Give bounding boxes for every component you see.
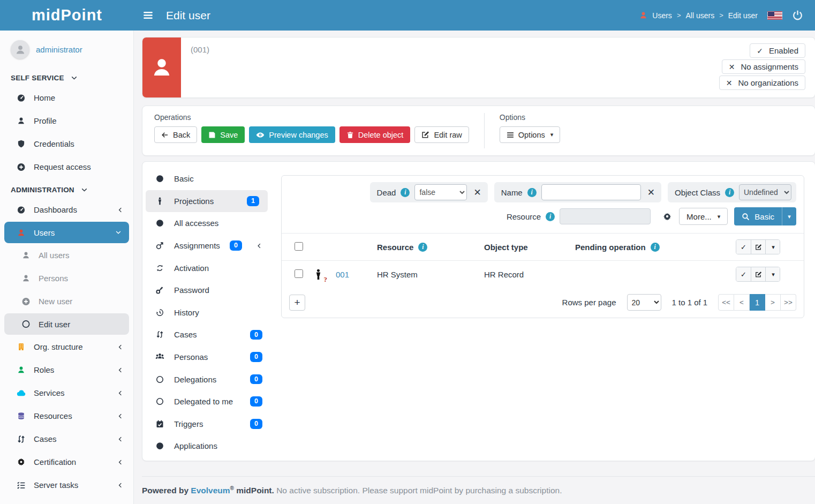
info-icon[interactable]: i <box>725 188 734 197</box>
more-filters-button[interactable]: More... ▾ <box>679 208 728 225</box>
sidebar-item-all-users[interactable]: All users <box>0 244 133 267</box>
search-mode-caret-button[interactable]: ▾ <box>782 207 796 225</box>
sidebar-item-new-user[interactable]: New user <box>0 290 133 313</box>
search-icon <box>742 213 750 221</box>
sidebar-section-self-service[interactable]: SELF SERVICE <box>0 66 133 86</box>
sidebar-item-services[interactable]: Services <box>0 381 133 404</box>
menu-item-triggers[interactable]: Triggers 0 <box>142 413 271 435</box>
sidebar-item-edit-user[interactable]: Edit user <box>4 313 129 335</box>
row-checkbox[interactable] <box>295 269 303 278</box>
person-icon <box>156 197 164 205</box>
rows-per-page-select[interactable]: 20 <box>627 294 661 311</box>
sidebar-item-resources[interactable]: Resources <box>0 404 133 427</box>
back-button[interactable]: Back <box>154 126 197 143</box>
locale-flag-us[interactable] <box>767 11 782 20</box>
select-all-checkbox[interactable] <box>295 242 303 251</box>
page-1-button[interactable]: 1 <box>750 294 765 311</box>
column-header-pending-operation[interactable]: Pending operation <box>575 243 646 252</box>
options-group: Options Options ▾ <box>500 113 561 148</box>
prev-page-button[interactable]: < <box>734 294 750 311</box>
menu-item-cases[interactable]: Cases 0 <box>142 324 271 346</box>
enable-action-button[interactable]: ✓ <box>736 240 751 254</box>
sidebar-toggle-icon[interactable] <box>143 10 153 20</box>
menu-item-delegations[interactable]: Delegations 0 <box>142 368 271 390</box>
arrow-left-icon <box>161 131 169 139</box>
edit-action-button[interactable] <box>751 267 765 281</box>
info-icon[interactable]: i <box>401 188 410 197</box>
menu-item-label: Basic <box>174 174 262 183</box>
info-icon[interactable]: i <box>651 243 660 252</box>
logged-in-username[interactable]: administrator <box>36 45 82 54</box>
menu-item-projections[interactable]: Projections 1 <box>146 190 268 213</box>
button-label: Save <box>220 131 238 139</box>
dead-select[interactable]: false <box>414 184 467 200</box>
menu-item-label: Password <box>174 285 262 295</box>
info-icon[interactable]: i <box>527 188 537 197</box>
enable-action-button[interactable]: ✓ <box>736 267 751 281</box>
menu-item-basic[interactable]: Basic <box>142 168 271 190</box>
sidebar-item-dashboards[interactable]: Dashboards <box>0 198 133 221</box>
menu-item-delegated-to-me[interactable]: Delegated to me 0 <box>142 390 271 413</box>
sidebar-item-credentials[interactable]: Credentials <box>0 132 133 155</box>
user-display-name: (001) <box>181 37 209 97</box>
logout-power-icon[interactable] <box>792 10 803 21</box>
projection-name-link[interactable]: 001 <box>336 270 349 279</box>
breadcrumb-all-users[interactable]: All users <box>685 11 714 20</box>
sidebar-item-certification[interactable]: Certification <box>0 450 133 473</box>
edit-action-button[interactable] <box>751 240 765 254</box>
menu-item-personas[interactable]: Personas 0 <box>142 346 271 368</box>
sidebar-item-home[interactable]: Home <box>0 86 133 109</box>
more-actions-caret-button[interactable]: ▾ <box>765 240 780 254</box>
last-page-button[interactable]: >> <box>781 294 796 311</box>
options-dropdown-button[interactable]: Options ▾ <box>500 126 561 143</box>
menu-item-history[interactable]: History <box>142 302 271 324</box>
sidebar-item-users[interactable]: Users <box>4 222 129 243</box>
clear-name-filter-icon[interactable]: ✕ <box>646 188 656 197</box>
resource-filter-input[interactable] <box>560 208 651 224</box>
next-page-button[interactable]: > <box>765 294 781 311</box>
first-page-button[interactable]: << <box>718 294 734 311</box>
menu-item-activation[interactable]: Activation <box>142 257 271 279</box>
sidebar-item-cases[interactable]: Cases <box>0 427 133 450</box>
circle-icon <box>156 442 164 450</box>
sidebar-item-profile[interactable]: Profile <box>0 109 133 132</box>
breadcrumb-users[interactable]: Users <box>652 11 672 20</box>
save-button[interactable]: Save <box>201 126 245 143</box>
object-class-select[interactable]: Undefined <box>739 184 791 200</box>
sidebar-item-org-structure[interactable]: Org. structure <box>0 335 133 358</box>
name-filter-input[interactable] <box>541 184 641 200</box>
sidebar-item-roles[interactable]: Roles <box>0 358 133 381</box>
menu-item-password[interactable]: Password <box>142 279 271 302</box>
breadcrumb-edit-user[interactable]: Edit user <box>728 11 758 20</box>
sidebar-item-request-access[interactable]: Request access <box>0 155 133 178</box>
avatar[interactable] <box>11 40 29 59</box>
sidebar-item-persons[interactable]: Persons <box>0 267 133 290</box>
column-header-object-type[interactable]: Object type <box>484 243 528 252</box>
edit-raw-button[interactable]: Edit raw <box>414 126 469 143</box>
filter-label: Name <box>501 188 523 197</box>
midpoint-logo[interactable]: midPoint <box>0 6 134 24</box>
eye-icon <box>256 131 265 139</box>
menu-item-applications[interactable]: Applications <box>142 435 271 457</box>
sidebar-section-administration[interactable]: ADMINISTRATION <box>0 178 133 198</box>
user-photo-tile <box>142 37 181 97</box>
info-icon[interactable]: i <box>546 212 555 221</box>
operations-group: Operations Back Save Preview changes <box>154 113 469 148</box>
menu-item-assignments[interactable]: Assignments 0 <box>142 235 271 257</box>
options-label: Options <box>500 113 561 122</box>
menu-item-label: Applications <box>174 441 262 450</box>
evolveum-link[interactable]: Evolveum <box>191 486 230 495</box>
users-group-icon <box>155 352 164 362</box>
add-projection-button[interactable]: + <box>289 295 305 311</box>
menu-item-all-accesses[interactable]: All accesses <box>142 212 271 235</box>
more-actions-caret-button[interactable]: ▾ <box>765 267 780 281</box>
delete-object-button[interactable]: Delete object <box>339 126 411 143</box>
search-mode-split-button: Basic ▾ <box>734 207 796 225</box>
preview-changes-button[interactable]: Preview changes <box>249 126 335 143</box>
sidebar-item-server-tasks[interactable]: Server tasks <box>0 473 133 497</box>
filter-settings-gear-icon[interactable] <box>662 212 673 221</box>
column-header-resource[interactable]: Resource <box>377 243 413 252</box>
basic-search-button[interactable]: Basic <box>734 207 782 225</box>
clear-dead-filter-icon[interactable]: ✕ <box>472 188 482 197</box>
info-icon[interactable]: i <box>418 243 427 252</box>
